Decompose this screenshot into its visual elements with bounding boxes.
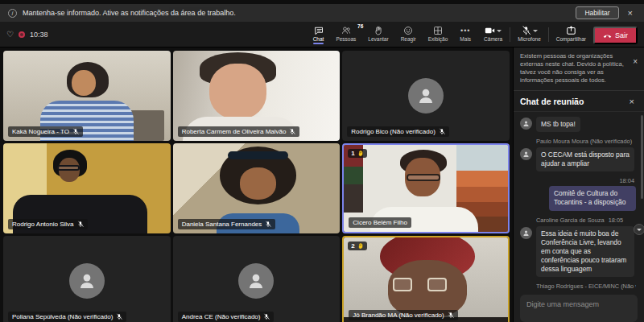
share-icon <box>566 26 576 35</box>
view-icon <box>433 26 443 35</box>
message-sender: Caroline Garcia de Souza18:05 <box>536 217 636 224</box>
meeting-timer: 10:38 <box>30 31 48 39</box>
chat-scrollbar[interactable] <box>641 115 643 199</box>
record-icon <box>19 31 25 38</box>
participant-nametag: Jô Brandão MA (Não verificado) <box>349 310 457 320</box>
participant-nametag: Daniela Santana Fernandes <box>178 219 276 229</box>
enable-notifications-button[interactable]: Habilitar <box>576 6 618 19</box>
chat-message: MS tb topa! <box>520 117 636 132</box>
avatar-placeholder <box>408 78 444 114</box>
banner-text: Mantenha-se informado. Ative as notifica… <box>23 9 236 17</box>
raise-hand-icon <box>374 26 383 35</box>
heart-icon: ♡ <box>6 30 14 39</box>
person-icon <box>77 271 97 291</box>
tab-people[interactable]: 76 Pessoas <box>334 24 357 44</box>
participant-nametag: Andrea CE (Não verificado) <box>178 312 275 322</box>
video-grid: Kaká Nogueira - TO Roberta Carmem de Oli… <box>0 47 513 322</box>
person-icon <box>522 229 530 237</box>
video-tile-poliana[interactable]: Poliana Sepúlveda (Não verificado) <box>3 236 171 322</box>
avatar <box>520 227 532 239</box>
tab-more[interactable]: ••• Mais <box>458 24 473 44</box>
person-icon <box>246 271 266 291</box>
tab-view[interactable]: Exibição <box>427 24 450 44</box>
tab-raise-hand[interactable]: Levantar <box>366 24 390 44</box>
raised-hand-icon <box>357 150 364 157</box>
react-icon <box>403 26 413 35</box>
chat-message: O CECAM está disposto para ajudar a ampl… <box>520 147 636 171</box>
share-button[interactable]: Compartilhar <box>556 24 586 42</box>
raised-hand-badge: 2 <box>348 242 366 250</box>
chat-message: Essa ideia é muito boa de Conferência Li… <box>520 226 636 277</box>
mic-off-icon <box>448 312 454 319</box>
raised-hand-icon <box>357 242 364 250</box>
message-time: 18:04 <box>520 177 634 184</box>
camera-button[interactable]: Câmera <box>484 24 502 42</box>
toolbar-tabs: Chat 76 Pessoas Levantar Reagir Exibição… <box>312 24 473 44</box>
chevron-down-icon[interactable] <box>533 30 538 32</box>
video-tile-cicero[interactable]: 1 Cicero Belém Filho <box>342 143 510 233</box>
person-icon <box>522 151 530 158</box>
participant-nametag: Poliana Sepúlveda (Não verificado) <box>8 312 126 322</box>
chevron-down-icon[interactable] <box>497 30 502 32</box>
participant-nametag: Roberta Carmem de Oliveira Malvão <box>178 126 300 137</box>
device-controls: Câmera Microfone Compartilhar Sair <box>484 24 638 44</box>
participant-nametag: Rodrigo Bico (Não verificado) <box>347 126 449 137</box>
mic-off-icon <box>77 221 84 228</box>
video-tile-jo-brandao[interactable]: 2 Jô Brandão MA (Não verificado) <box>342 236 510 322</box>
chat-header: Chat de reunião × <box>514 91 644 112</box>
person-icon <box>522 120 530 127</box>
meeting-status: ♡ 10:38 <box>6 30 127 39</box>
participant-nametag: Kaká Nogueira - TO <box>8 126 83 137</box>
banner-close-icon[interactable]: × <box>625 9 636 18</box>
chat-panel: Existem pessoas de organizações externas… <box>513 47 644 322</box>
raised-hand-badge: 1 <box>348 149 366 158</box>
mic-off-icon <box>72 128 79 135</box>
avatar <box>520 148 532 160</box>
mic-off-icon <box>265 221 271 228</box>
hangup-icon <box>603 33 612 39</box>
camera-icon <box>485 26 495 35</box>
person-icon <box>416 86 436 105</box>
info-icon: i <box>8 9 17 18</box>
mic-off-icon <box>439 128 445 135</box>
chat-message-input[interactable] <box>520 295 638 322</box>
avatar-placeholder <box>238 263 274 299</box>
participant-nametag: Cicero Belém Filho <box>349 217 411 228</box>
avatar-placeholder <box>69 263 105 299</box>
video-tile-roberta[interactable]: Roberta Carmem de Oliveira Malvão <box>173 51 341 141</box>
participant-count-badge: 76 <box>357 23 363 29</box>
video-tile-rodrigo-silva[interactable]: Rodrigo Antonio Silva <box>3 143 171 233</box>
video-tile-kaka[interactable]: Kaká Nogueira - TO <box>3 51 171 141</box>
leave-button[interactable]: Sair <box>593 27 638 44</box>
avatar <box>520 118 532 130</box>
mic-off-icon <box>263 313 270 320</box>
chat-message-list[interactable]: MS tb topa! Paulo Moura Moura (Não verif… <box>514 112 644 290</box>
meeting-toolbar: ♡ 10:38 Chat 76 Pessoas Levantar Reagir <box>0 22 644 47</box>
microphone-button[interactable]: Microfone <box>518 24 541 42</box>
chat-input-area <box>514 290 644 322</box>
participant-nametag: Rodrigo Antonio Silva <box>8 219 88 229</box>
teams-meeting-window: i Mantenha-se informado. Ative as notifi… <box>0 0 644 322</box>
divider <box>548 27 549 42</box>
people-icon <box>341 26 351 35</box>
mic-off-icon <box>116 313 122 320</box>
mic-off-icon <box>521 26 531 35</box>
chat-icon <box>314 26 324 35</box>
chat-close-icon[interactable]: × <box>626 97 638 106</box>
chevron-down-icon <box>637 229 642 231</box>
video-tile-daniela[interactable]: Daniela Santana Fernandes <box>173 143 341 233</box>
video-tile-rodrigo-bico[interactable]: Rodrigo Bico (Não verificado) <box>342 51 510 141</box>
message-sender: Paulo Moura Moura (Não verificado)18:03 <box>536 138 636 145</box>
external-users-notice: Existem pessoas de organizações externas… <box>514 47 644 91</box>
tab-chat[interactable]: Chat <box>312 24 326 44</box>
tab-react[interactable]: Reagir <box>399 24 418 44</box>
notification-banner: i Mantenha-se informado. Ative as notifi… <box>0 4 644 22</box>
divider <box>510 27 510 42</box>
notice-close-icon[interactable]: × <box>633 57 638 85</box>
video-tile-andrea[interactable]: Andrea CE (Não verificado) <box>173 236 341 322</box>
chat-title: Chat de reunião <box>520 97 626 106</box>
more-icon: ••• <box>460 26 470 35</box>
mic-off-icon <box>289 128 295 135</box>
message-sender: Thiago Rodrigues - EICE/MINC (Não verifi… <box>536 283 636 290</box>
scroll-to-latest-button[interactable] <box>634 224 644 235</box>
